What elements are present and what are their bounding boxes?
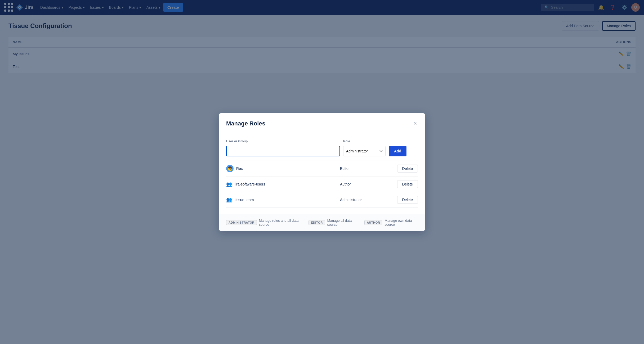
- modal-overlay: Manage Roles × User or Group Role Admini…: [0, 0, 644, 79]
